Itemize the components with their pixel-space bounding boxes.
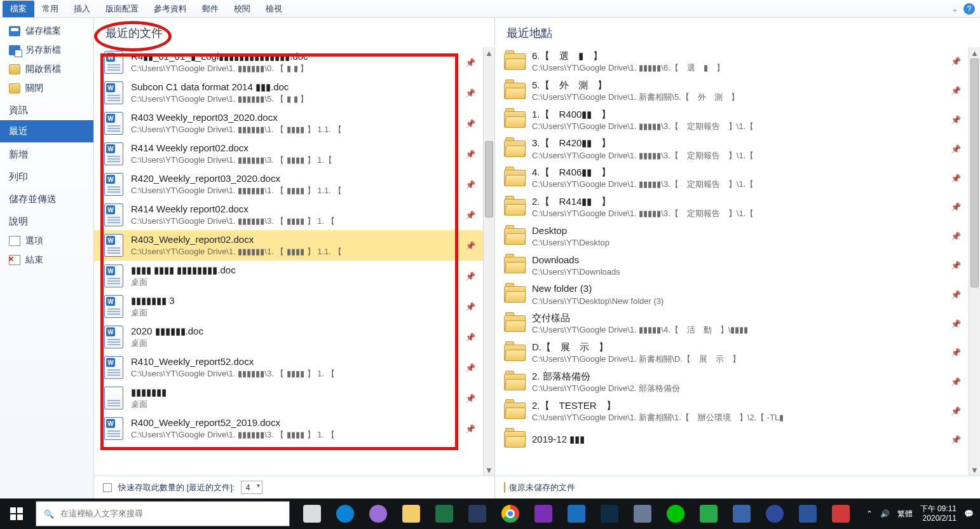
photos-app[interactable] <box>594 498 625 529</box>
menu-檔案[interactable]: 檔案 <box>3 1 34 17</box>
word-app[interactable] <box>792 498 824 529</box>
recent-place-item[interactable]: 5.【 外 測 】C:\Users\YT\Google Drive\1. 新書相… <box>495 76 969 106</box>
pin-icon[interactable] <box>951 231 965 241</box>
taskbar-search[interactable]: 🔍 在這裡輸入文字來搜尋 <box>36 501 290 526</box>
pin-icon[interactable] <box>951 202 965 212</box>
pin-icon[interactable] <box>465 302 479 312</box>
onenote-app[interactable] <box>527 498 559 529</box>
start-button[interactable] <box>0 498 33 529</box>
menu-檢視[interactable]: 檢視 <box>258 1 290 17</box>
pin-icon[interactable] <box>465 241 479 251</box>
recent-place-item[interactable]: 3.【 R420▮▮ 】C:\Users\YT\Google Drive\1. … <box>495 134 969 163</box>
security-app[interactable] <box>693 498 725 529</box>
app-icon[interactable] <box>726 498 758 529</box>
recent-document-item[interactable]: R410_Weekly_report52.docxC:\Users\YT\Goo… <box>94 352 483 383</box>
pin-icon[interactable] <box>951 144 965 154</box>
remote-app[interactable] <box>825 498 857 529</box>
recent-document-item[interactable]: R420_Weekly_report03_2020.docxC:\Users\Y… <box>94 169 483 200</box>
recent-place-item[interactable]: 交付樣品C:\Users\YT\Google Drive\1. ▮▮▮▮▮\4.… <box>495 309 969 338</box>
exit-button[interactable]: 結束 <box>0 251 93 270</box>
menu-郵件[interactable]: 郵件 <box>194 1 226 17</box>
tray-overflow-icon[interactable]: ⌃ <box>866 509 873 518</box>
recent-document-item[interactable]: R4▮▮_01_01_▮_Logi▮▮▮▮▮▮▮▮▮▮▮▮▮▮.docC:\Us… <box>94 47 483 78</box>
recent-document-item[interactable]: Subcon C1 data format 2014 ▮▮▮.docC:\Use… <box>94 78 483 108</box>
pin-icon[interactable] <box>951 406 965 416</box>
recent-docs-scrollbar[interactable]: ▲ ▼ <box>483 47 494 476</box>
quick-access-count-spinner[interactable]: 4 <box>241 481 262 494</box>
pin-icon[interactable] <box>465 119 479 128</box>
save-button[interactable]: 儲存檔案 <box>0 22 93 41</box>
edge-app[interactable] <box>329 498 361 529</box>
recent-document-item[interactable]: ▮▮▮▮ ▮▮▮▮ ▮▮▮▮▮▮▮▮.doc桌面 <box>94 261 483 291</box>
pin-icon[interactable] <box>465 88 479 98</box>
recent-document-item[interactable]: R414 Weekly report02.docxC:\Users\YT\Goo… <box>94 139 483 169</box>
pin-icon[interactable] <box>465 271 479 281</box>
recent-place-item[interactable]: 6.【 選 ▮ 】C:\Users\YT\Google Drive\1. ▮▮▮… <box>495 47 969 76</box>
task-view-button[interactable] <box>296 498 328 529</box>
info-tab[interactable]: 資訊 <box>0 98 93 120</box>
saveas-button[interactable]: 另存新檔 <box>0 41 93 60</box>
menu-校閱[interactable]: 校閱 <box>226 1 258 17</box>
mail-app[interactable] <box>561 498 592 529</box>
app-icon[interactable] <box>627 498 658 529</box>
pin-icon[interactable] <box>951 348 965 357</box>
scroll-down-icon[interactable]: ▼ <box>969 464 980 476</box>
pin-icon[interactable] <box>951 377 965 387</box>
store-app[interactable] <box>461 498 493 529</box>
help-icon[interactable]: ? <box>963 3 975 15</box>
pin-icon[interactable] <box>465 180 479 189</box>
recent-document-item[interactable]: ▮▮▮▮▮▮▮桌面 <box>94 383 483 413</box>
pin-icon[interactable] <box>951 86 965 95</box>
pin-icon[interactable] <box>951 174 965 183</box>
ribbon-minimize-icon[interactable]: ⌄ <box>951 4 958 13</box>
pin-icon[interactable] <box>951 57 965 66</box>
scroll-up-icon[interactable]: ▲ <box>969 47 980 58</box>
menu-插入[interactable]: 插入 <box>66 1 98 17</box>
quick-access-checkbox[interactable] <box>103 483 112 492</box>
recent-document-item[interactable]: R403_Weekly_report02.docxC:\Users\YT\Goo… <box>94 230 483 261</box>
recent-place-item[interactable]: DesktopC:\Users\YT\Desktop <box>495 222 969 251</box>
taskbar-clock[interactable]: 下午 09:11 2020/2/11 <box>920 504 956 523</box>
pin-icon[interactable] <box>465 424 479 434</box>
scroll-down-icon[interactable]: ▼ <box>484 464 494 476</box>
snip-app[interactable] <box>362 498 394 529</box>
pin-icon[interactable] <box>465 58 479 67</box>
excel-app[interactable] <box>428 498 460 529</box>
recent-place-item[interactable]: 4.【 R406▮▮ 】C:\Users\YT\Google Drive\1. … <box>495 163 969 193</box>
ime-indicator[interactable]: 繁體 <box>897 509 913 519</box>
pin-icon[interactable] <box>951 115 965 125</box>
scrollbar-thumb[interactable] <box>485 141 493 217</box>
recent-place-item[interactable]: 2019-12 ▮▮▮ <box>495 425 969 453</box>
menu-參考資料[interactable]: 參考資料 <box>146 1 194 17</box>
pin-icon[interactable] <box>465 333 479 342</box>
recent-tab[interactable]: 最近 <box>0 120 93 142</box>
recent-document-item[interactable]: 2020 ▮▮▮▮▮▮.doc桌面 <box>94 322 483 352</box>
bluetooth-app[interactable] <box>759 498 791 529</box>
notifications-icon[interactable]: 💬 <box>964 509 974 518</box>
pin-icon[interactable] <box>465 394 479 403</box>
volume-icon[interactable]: 🔊 <box>880 509 890 518</box>
recent-place-item[interactable]: 2. 部落格備份C:\Users\YT\Google Drive\2. 部落格備… <box>495 368 969 397</box>
recent-place-item[interactable]: 2.【 R414▮▮ 】C:\Users\YT\Google Drive\1. … <box>495 193 969 222</box>
chrome-app[interactable] <box>494 498 526 529</box>
recent-place-item[interactable]: D.【 展 示 】C:\Users\YT\Google Drive\1. 新書相… <box>495 338 969 368</box>
open-button[interactable]: 開啟舊檔 <box>0 60 93 79</box>
pin-icon[interactable] <box>951 319 965 329</box>
options-button[interactable]: 選項 <box>0 231 93 251</box>
save-send-tab[interactable]: 儲存並傳送 <box>0 187 93 209</box>
line-app[interactable] <box>660 498 691 529</box>
recent-document-item[interactable]: ▮▮▮▮▮▮▮ 3桌面 <box>94 291 483 322</box>
pin-icon[interactable] <box>951 435 965 444</box>
pin-icon[interactable] <box>465 210 479 220</box>
recent-place-item[interactable]: New folder (3)C:\Users\YT\Desktop\New fo… <box>495 280 969 309</box>
help-tab[interactable]: 說明 <box>0 209 93 231</box>
pin-icon[interactable] <box>951 290 965 299</box>
explorer-app[interactable] <box>395 498 427 529</box>
pin-icon[interactable] <box>465 149 479 159</box>
pin-icon[interactable] <box>951 261 965 270</box>
recent-place-item[interactable]: DownloadsC:\Users\YT\Downloads <box>495 251 969 280</box>
recent-document-item[interactable]: R403 Weekly_report03_2020.docxC:\Users\Y… <box>94 108 483 139</box>
recent-document-item[interactable]: R414 Weekly report02.docxC:\Users\YT\Goo… <box>94 200 483 230</box>
close-file-button[interactable]: 關閉 <box>0 79 93 98</box>
scrollbar-thumb[interactable] <box>970 58 979 287</box>
